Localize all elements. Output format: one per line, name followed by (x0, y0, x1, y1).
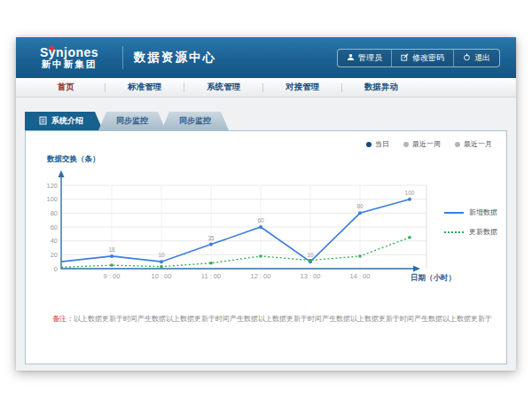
svg-text:14 : 00: 14 : 00 (350, 272, 371, 280)
filter-last-week[interactable]: 最近一周 (403, 139, 441, 149)
chart-legend: 新增数据 更新数据 (444, 207, 497, 246)
filter-today[interactable]: 当日 (366, 139, 389, 149)
power-icon (463, 53, 471, 63)
svg-text:100: 100 (405, 190, 415, 196)
footnote-label: 备注 (52, 315, 66, 323)
legend-label: 更新数据 (469, 227, 497, 237)
radio-dot-selected (366, 142, 372, 147)
app-header: Synjones 新中新集团 数据资源中心 管理员 修改密码 退出 (16, 37, 516, 78)
time-range-filters: 当日 最近一周 最近一月 (366, 139, 492, 149)
tab-sync-monitor-1[interactable]: 同步监控 (98, 112, 166, 130)
user-button-label: 管理员 (358, 52, 382, 64)
svg-text:20: 20 (51, 251, 58, 259)
filter-label: 最近一月 (464, 139, 492, 149)
nav-item-system-mgmt[interactable]: 系统管理 (184, 82, 262, 93)
svg-text:60: 60 (257, 217, 264, 223)
nav-item-integration-mgmt[interactable]: 对接管理 (263, 82, 341, 93)
svg-text:11 : 00: 11 : 00 (201, 272, 221, 280)
tabs: 系统介绍 同步监控 同步监控 (25, 112, 516, 130)
svg-text:80: 80 (51, 209, 58, 217)
logo-text: Synjones (27, 46, 112, 59)
logout-label: 退出 (474, 52, 490, 64)
svg-text:80: 80 (356, 203, 364, 209)
header-actions: 管理员 修改密码 退出 (337, 49, 500, 67)
tab-label: 同步监控 (116, 115, 148, 127)
svg-text:9 : 00: 9 : 00 (104, 272, 121, 280)
footnote-text: ：以上数据更新于时间产生数据以上数据更新于时间产生数据以上数据更新于时间产生数据… (66, 315, 492, 323)
svg-text:10 : 00: 10 : 00 (152, 272, 172, 280)
legend-line-solid (444, 212, 464, 214)
svg-text:100: 100 (46, 195, 58, 203)
tab-label: 同步监控 (179, 115, 211, 127)
legend-update-data: 更新数据 (444, 227, 497, 237)
svg-text:10: 10 (307, 252, 314, 258)
svg-text:40: 40 (51, 237, 58, 245)
y-axis-title: 数据交换（条） (47, 154, 100, 165)
radio-dot (403, 142, 409, 147)
tab-sync-monitor-2[interactable]: 同步监控 (161, 112, 229, 130)
nav-item-home[interactable]: 首页 (27, 82, 105, 93)
page: Synjones 新中新集团 数据资源中心 管理员 修改密码 退出 首页 标准管… (16, 37, 516, 371)
logout-button[interactable]: 退出 (453, 50, 499, 66)
app-title: 数据资源中心 (134, 50, 216, 66)
change-password-button[interactable]: 修改密码 (391, 50, 453, 66)
tab-label: 系统介绍 (51, 115, 83, 127)
filter-label: 当日 (375, 139, 389, 149)
svg-text:日期（小时）: 日期（小时） (411, 273, 455, 282)
svg-text:12 : 00: 12 : 00 (251, 272, 271, 280)
user-button[interactable]: 管理员 (338, 50, 391, 66)
footnote: 备注：以上数据更新于时间产生数据以上数据更新于时间产生数据以上数据更新于时间产生… (52, 314, 492, 324)
tab-system-intro[interactable]: 系统介绍 (25, 112, 103, 130)
filter-label: 最近一周 (412, 139, 441, 149)
legend-line-dotted (444, 231, 464, 233)
logo: Synjones 新中新集团 (27, 46, 112, 70)
svg-text:0: 0 (54, 265, 58, 273)
line-chart: 0204060801001201810356010801009 : 0010 :… (38, 168, 455, 287)
edit-icon (401, 53, 409, 63)
svg-text:13 : 00: 13 : 00 (301, 272, 321, 280)
content-area: 系统介绍 同步监控 同步监控 当日 最近一周 (16, 98, 516, 364)
document-icon (39, 116, 47, 127)
logo-subtext: 新中新集团 (27, 59, 112, 70)
svg-text:60: 60 (51, 223, 58, 231)
radio-dot (455, 142, 460, 147)
svg-text:10: 10 (158, 252, 165, 258)
svg-text:120: 120 (46, 182, 58, 190)
user-icon (347, 53, 355, 63)
legend-new-data: 新增数据 (444, 207, 497, 217)
change-password-label: 修改密码 (412, 52, 444, 64)
svg-text:35: 35 (207, 235, 215, 241)
main-nav: 首页 标准管理 系统管理 对接管理 数据异动 (16, 78, 516, 98)
nav-item-standard-mgmt[interactable]: 标准管理 (106, 82, 184, 93)
svg-text:18: 18 (108, 246, 115, 253)
chart-panel: 当日 最近一周 最近一月 数据交换（条） 0204060801001201810… (25, 130, 507, 364)
header-divider (122, 46, 123, 69)
nav-item-data-change[interactable]: 数据异动 (342, 82, 420, 93)
filter-last-month[interactable]: 最近一月 (455, 139, 492, 149)
legend-label: 新增数据 (469, 207, 497, 217)
